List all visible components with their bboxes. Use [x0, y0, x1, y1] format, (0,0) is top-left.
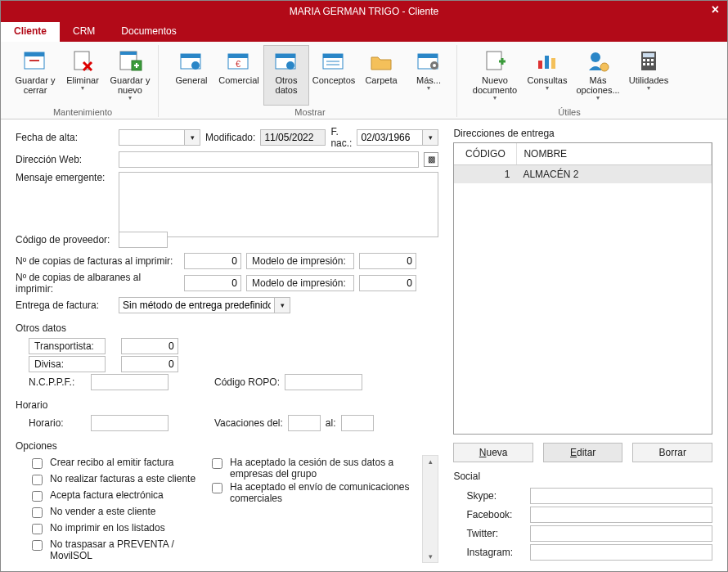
cell-codigo: 1: [454, 165, 516, 183]
direcciones-grid[interactable]: CÓDIGO NOMBRE 1 ALMACÉN 2: [453, 142, 712, 435]
svg-rect-32: [545, 56, 549, 69]
scroll-down-icon[interactable]: ▾: [429, 552, 433, 561]
ncppf-input[interactable]: [91, 374, 169, 390]
transportista-input[interactable]: [121, 338, 178, 354]
mensaje-input[interactable]: [119, 172, 438, 237]
svg-rect-18: [276, 54, 295, 58]
calculator-icon: [636, 47, 662, 74]
consultas-button[interactable]: Consultas▾: [524, 45, 570, 106]
general-button[interactable]: General: [169, 45, 214, 106]
direccion-web-input[interactable]: [119, 151, 419, 168]
options-scrollbar[interactable]: ▴▾: [422, 455, 438, 563]
svg-rect-37: [643, 53, 654, 57]
comercial-button[interactable]: €Comercial: [216, 45, 262, 106]
vacaciones-al-input[interactable]: [341, 415, 374, 431]
ribbon-group-utiles: Nuevo documento▾ Consultas▾ Más opciones…: [462, 45, 676, 117]
twitter-input[interactable]: [530, 525, 712, 542]
svg-rect-15: [228, 54, 248, 58]
fecha-alta-dropdown-icon[interactable]: ▾: [184, 129, 200, 146]
chk-com-comerc[interactable]: Ha aceptado el envío de comunicaciones c…: [209, 481, 414, 504]
facebook-input[interactable]: [530, 507, 712, 523]
col-nombre[interactable]: NOMBRE: [517, 143, 712, 164]
scroll-up-icon[interactable]: ▴: [429, 457, 433, 466]
entrega-fact-dropdown-icon[interactable]: ▾: [274, 297, 290, 313]
copias-fact-input[interactable]: [184, 253, 241, 269]
modelo-imp-fact-label[interactable]: Modelo de impresión:: [246, 253, 354, 269]
codigo-ropo-input[interactable]: [285, 374, 362, 390]
comercial-icon: €: [226, 47, 252, 74]
more-icon: [416, 47, 442, 74]
window-title: MARIA GERMAN TRIGO - Cliente: [290, 6, 438, 17]
chk-no-facturas[interactable]: No realizar facturas a este cliente: [29, 473, 200, 488]
fecha-alta-input[interactable]: [119, 129, 184, 146]
ribbon-group-mostrar: General €Comercial Otros datos Conceptos…: [164, 45, 457, 117]
svg-rect-39: [647, 59, 649, 61]
instagram-input[interactable]: [530, 544, 712, 561]
copias-fact-label: Nº de copias de facturas al imprimir:: [16, 255, 179, 267]
skype-label: Skype:: [466, 490, 524, 502]
col-codigo[interactable]: CÓDIGO: [454, 143, 517, 164]
svg-rect-12: [181, 54, 200, 58]
conceptos-button[interactable]: Conceptos: [311, 45, 357, 106]
chk-no-vender[interactable]: No vender a este cliente: [29, 506, 200, 520]
chk-cesion-datos[interactable]: Ha aceptado la cesión de sus datos a emp…: [209, 457, 414, 480]
titlebar: MARIA GERMAN TRIGO - Cliente ×: [1, 1, 727, 22]
facebook-label: Facebook:: [466, 509, 524, 520]
group-caption-mostrar: Mostrar: [294, 107, 325, 117]
nueva-button[interactable]: Nueva: [453, 443, 533, 462]
mas-opciones-button[interactable]: Más opciones...▾: [572, 45, 624, 106]
divisa-label[interactable]: Divisa:: [29, 356, 106, 372]
codigo-proveedor-input[interactable]: [119, 232, 168, 248]
eliminar-button[interactable]: Eliminar▾: [60, 45, 106, 106]
modelo-imp-alb-input[interactable]: [359, 275, 416, 291]
svg-rect-25: [418, 54, 438, 58]
modificado-input: [260, 129, 326, 146]
chk-crear-recibo[interactable]: Crear recibo al emitir factura: [29, 457, 200, 471]
modelo-imp-alb-label[interactable]: Modelo de impresión:: [246, 275, 354, 291]
copias-alb-input[interactable]: [184, 275, 241, 291]
tab-crm[interactable]: CRM: [60, 22, 108, 42]
fnac-label: F. nac.:: [330, 126, 352, 149]
user-coins-icon: [585, 47, 611, 74]
conceptos-icon: [321, 47, 347, 74]
horario-input[interactable]: [91, 415, 169, 431]
borrar-button[interactable]: Borrar: [632, 443, 712, 462]
entrega-fact-label: Entrega de factura:: [16, 300, 114, 311]
svg-rect-21: [323, 54, 343, 58]
vacaciones-del-label: Vacaciones del:: [214, 417, 283, 429]
entrega-fact-select[interactable]: [119, 297, 274, 313]
chk-no-traspasar[interactable]: No traspasar a PREVENTA / MovilSOL: [29, 538, 200, 561]
otros-datos-button[interactable]: Otros datos: [263, 45, 309, 106]
tab-documentos[interactable]: Documentos: [108, 22, 189, 42]
editar-button[interactable]: Editar: [543, 443, 623, 462]
skype-input[interactable]: [530, 488, 712, 504]
general-icon: [178, 47, 204, 74]
nueva-rest: ueva: [486, 447, 507, 458]
svg-point-34: [591, 52, 600, 62]
fnac-dropdown-icon[interactable]: ▾: [422, 129, 438, 146]
horario-label: Horario:: [29, 417, 86, 429]
fnac-input[interactable]: [357, 129, 422, 146]
svg-rect-31: [538, 61, 542, 69]
chk-no-imprimir[interactable]: No imprimir en los listados: [29, 522, 200, 537]
tab-cliente[interactable]: Cliente: [1, 22, 60, 42]
vacaciones-del-input[interactable]: [288, 415, 321, 431]
group-caption-utiles: Útiles: [558, 107, 581, 117]
transportista-label[interactable]: Transportista:: [29, 338, 106, 354]
divisa-input[interactable]: [121, 356, 178, 372]
svg-text:€: €: [236, 59, 240, 69]
guardar-cerrar-button[interactable]: Guardar y cerrar: [12, 45, 58, 106]
guardar-nuevo-button[interactable]: Guardar y nuevo▾: [107, 45, 153, 106]
mas-button[interactable]: Más...▾: [406, 45, 452, 106]
left-column: Fecha de alta: ▾ Modificado: F. nac.: ▾ …: [16, 128, 438, 563]
nuevo-documento-button[interactable]: Nuevo documento▾: [467, 45, 523, 106]
close-icon[interactable]: ×: [712, 2, 719, 17]
carpeta-button[interactable]: Carpeta: [358, 45, 404, 106]
utilidades-button[interactable]: Utilidades▾: [626, 45, 672, 106]
otros-datos-section: Otros datos: [16, 322, 438, 334]
grid-row[interactable]: 1 ALMACÉN 2: [454, 165, 712, 183]
chk-acepta-fe[interactable]: Acepta factura electrónica: [29, 489, 200, 504]
modelo-imp-fact-input[interactable]: [359, 253, 416, 269]
qr-icon[interactable]: ▩: [424, 152, 438, 167]
modificado-label: Modificado:: [205, 132, 255, 143]
